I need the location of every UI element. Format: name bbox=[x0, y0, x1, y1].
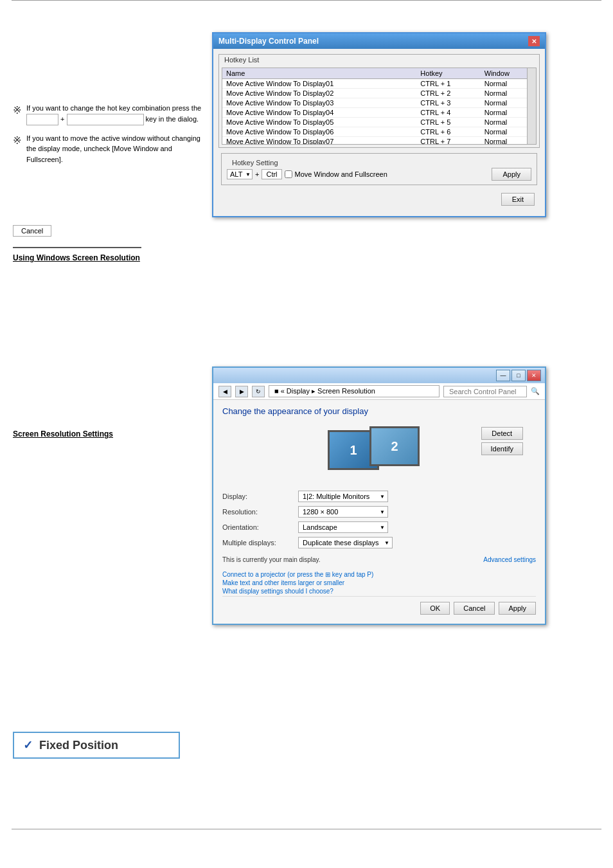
resolution-select-wrapper[interactable]: 1280 × 800 bbox=[298, 506, 388, 518]
text-size-link[interactable]: Make text and other items larger or smal… bbox=[222, 579, 536, 586]
orientation-select[interactable]: Landscape bbox=[298, 521, 388, 533]
mdcp-titlebar: Multi-Display Control Panel ✕ bbox=[213, 33, 545, 49]
alt-select-wrapper[interactable]: ALT bbox=[227, 169, 253, 179]
hotkey-list-section: Hotkey List Name Hotkey Window Move Acti… bbox=[218, 54, 540, 148]
main-display-notice: This is currently your main display. bbox=[222, 556, 321, 563]
ok-button[interactable]: OK bbox=[420, 602, 450, 615]
left-content: ※ If you want to change the hot key comb… bbox=[13, 32, 206, 441]
fullscreen-checkbox[interactable] bbox=[285, 170, 292, 178]
display-row: Display: 1|2: Multiple Monitors bbox=[222, 491, 536, 502]
back-button[interactable]: ◀ bbox=[218, 386, 231, 397]
multiple-displays-label: Multiple displays: bbox=[222, 539, 293, 547]
orientation-select-wrapper[interactable]: Landscape bbox=[298, 521, 388, 533]
display-preview: 1 2 Detect Identify bbox=[222, 424, 536, 482]
row-name: Move Active Window To Display06 bbox=[222, 127, 416, 137]
cancel-area: Cancel bbox=[13, 222, 206, 237]
win7-titlebar: — □ ✕ bbox=[213, 368, 545, 383]
mdcp-footer: Exit bbox=[218, 190, 540, 211]
multiple-displays-row: Multiple displays: Duplicate these displ… bbox=[222, 537, 536, 548]
advanced-settings-link[interactable]: Advanced settings bbox=[483, 556, 536, 563]
note2-symbol: ※ bbox=[13, 133, 21, 149]
breadcrumb: ■ « Display ▸ Screen Resolution bbox=[269, 385, 440, 397]
mdcp-title: Multi-Display Control Panel bbox=[218, 37, 319, 46]
close-button[interactable]: ✕ bbox=[527, 370, 541, 381]
apply-button-screenres[interactable]: Apply bbox=[499, 602, 536, 615]
identify-button[interactable]: Identify bbox=[481, 442, 523, 455]
orientation-label: Orientation: bbox=[222, 523, 293, 531]
col-hotkey-header: Hotkey bbox=[416, 68, 480, 79]
table-row[interactable]: Move Active Window To Display02 CTRL + 2… bbox=[222, 89, 536, 98]
screen-resolution-window: — □ ✕ ◀ ▶ ↻ ■ « Display ▸ Screen Resolut… bbox=[212, 366, 546, 625]
display-select-wrapper[interactable]: 1|2: Multiple Monitors bbox=[298, 491, 388, 502]
table-row[interactable]: Move Active Window To Display05 CTRL + 5… bbox=[222, 118, 536, 127]
row-hotkey: CTRL + 5 bbox=[416, 118, 480, 127]
maximize-button[interactable]: □ bbox=[511, 370, 526, 381]
bottom-rule bbox=[12, 829, 601, 829]
monitor1-label: 1 bbox=[350, 443, 357, 458]
row-hotkey: CTRL + 3 bbox=[416, 98, 480, 108]
table-row[interactable]: Move Active Window To Display07 CTRL + 7… bbox=[222, 137, 536, 145]
multiple-displays-select[interactable]: Duplicate these displays bbox=[298, 537, 393, 548]
row-name: Move Active Window To Display01 bbox=[222, 79, 416, 89]
top-rule bbox=[12, 0, 601, 6]
search-icon[interactable]: 🔍 bbox=[531, 387, 540, 395]
multiple-displays-select-wrapper[interactable]: Duplicate these displays bbox=[298, 537, 393, 548]
col-name-header: Name bbox=[222, 68, 416, 79]
note1-symbol: ※ bbox=[13, 103, 21, 118]
hotkey-setting-row: ALT + Ctrl Move Window and Fullscreen Ap… bbox=[227, 168, 531, 181]
table-row[interactable]: Move Active Window To Display01 CTRL + 1… bbox=[222, 79, 536, 89]
cancel-button-screenres[interactable]: Cancel bbox=[454, 602, 495, 615]
ctrl-label: Ctrl bbox=[262, 169, 281, 179]
orientation-row: Orientation: Landscape bbox=[222, 521, 536, 533]
section2-title: Using Windows Screen Resolution bbox=[13, 253, 206, 262]
mdcp-body: Hotkey List Name Hotkey Window Move Acti… bbox=[213, 49, 545, 216]
detect-identify-area: Detect Identify bbox=[481, 427, 523, 455]
note1: ※ If you want to change the hot key comb… bbox=[13, 103, 206, 125]
cancel-button[interactable]: Cancel bbox=[13, 225, 51, 237]
row-name: Move Active Window To Display02 bbox=[222, 89, 416, 98]
forward-button[interactable]: ▶ bbox=[235, 386, 248, 397]
links-area: Connect to a projector (or press the ⊞ k… bbox=[222, 571, 536, 595]
resolution-select[interactable]: 1280 × 800 bbox=[298, 506, 388, 518]
table-row[interactable]: Move Active Window To Display03 CTRL + 3… bbox=[222, 98, 536, 108]
alt-select[interactable]: ALT bbox=[227, 169, 253, 179]
hotkey-apply-button[interactable]: Apply bbox=[492, 168, 531, 181]
screen-resolution-title: Using Windows Screen Resolution bbox=[13, 253, 206, 262]
display-select[interactable]: 1|2: Multiple Monitors bbox=[298, 491, 388, 502]
note1-text: If you want to change the hot key combin… bbox=[26, 103, 206, 125]
monitor2-label: 2 bbox=[391, 439, 398, 454]
row-name: Move Active Window To Display07 bbox=[222, 137, 416, 145]
hotkey-scrollbar[interactable] bbox=[527, 68, 536, 144]
table-row[interactable]: Move Active Window To Display04 CTRL + 4… bbox=[222, 108, 536, 118]
note2-text: If you want to move the active window wi… bbox=[26, 133, 206, 165]
row-hotkey: CTRL + 4 bbox=[416, 108, 480, 118]
fixed-position-box: ✓ Fixed Position bbox=[13, 732, 180, 759]
projector-link[interactable]: Connect to a projector (or press the ⊞ k… bbox=[222, 571, 536, 578]
table-row[interactable]: Move Active Window To Display06 CTRL + 6… bbox=[222, 127, 536, 137]
section-divider bbox=[13, 247, 141, 248]
minimize-button[interactable]: — bbox=[496, 370, 510, 381]
resolution-label: Resolution: bbox=[222, 508, 293, 516]
resolution-row: Resolution: 1280 × 800 bbox=[222, 506, 536, 518]
hotkey-input-box1[interactable] bbox=[26, 114, 58, 125]
refresh-button[interactable]: ↻ bbox=[252, 386, 265, 397]
row-hotkey: CTRL + 6 bbox=[416, 127, 480, 137]
note2: ※ If you want to move the active window … bbox=[13, 133, 206, 165]
mdcp-close-button[interactable]: ✕ bbox=[528, 36, 540, 46]
screen-resolution-settings-area: Screen Resolution Settings bbox=[13, 429, 206, 439]
main-display-row: This is currently your main display. Adv… bbox=[222, 552, 536, 567]
hotkey-table: Name Hotkey Window Move Active Window To… bbox=[222, 68, 536, 145]
fullscreen-checkbox-label: Move Window and Fullscreen bbox=[295, 170, 387, 178]
exit-button[interactable]: Exit bbox=[501, 193, 535, 206]
detect-button[interactable]: Detect bbox=[481, 427, 523, 440]
screen-resolution-settings-title: Screen Resolution Settings bbox=[13, 429, 206, 439]
hotkey-setting-label: Hotkey Setting bbox=[227, 158, 531, 168]
hotkey-table-wrapper: Name Hotkey Window Move Active Window To… bbox=[222, 68, 537, 145]
row-hotkey: CTRL + 7 bbox=[416, 137, 480, 145]
row-hotkey: CTRL + 2 bbox=[416, 89, 480, 98]
hotkey-input-box2[interactable] bbox=[67, 114, 144, 125]
display-settings-link[interactable]: What display settings should I choose? bbox=[222, 588, 536, 595]
search-input[interactable] bbox=[443, 386, 527, 397]
monitor-graphic: 1 2 bbox=[315, 424, 443, 482]
row-name: Move Active Window To Display03 bbox=[222, 98, 416, 108]
